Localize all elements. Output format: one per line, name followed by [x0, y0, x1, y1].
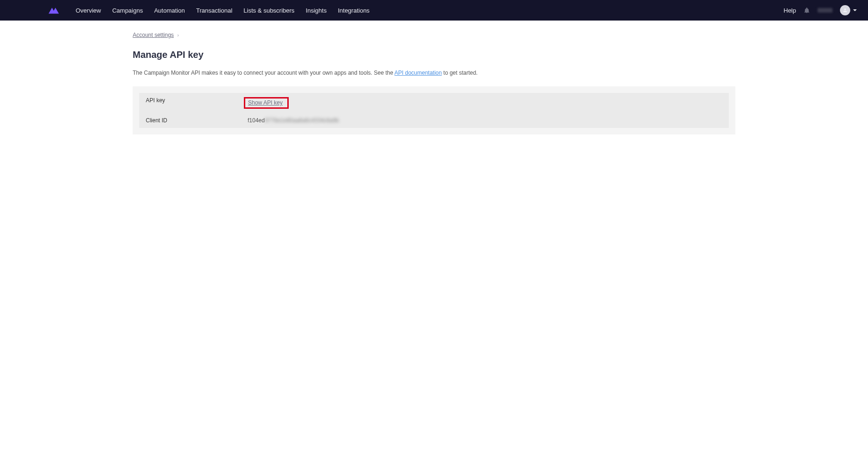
nav-left: Overview Campaigns Automation Transactio…	[0, 0, 375, 21]
table-row-client-id: Client ID f104ed9776e1e80aa8a6c4334c8a9b	[139, 113, 729, 128]
nav-automation[interactable]: Automation	[149, 0, 191, 21]
nav-overview[interactable]: Overview	[70, 0, 107, 21]
page-title: Manage API key	[133, 49, 735, 60]
api-key-value-cell: Show API key	[248, 97, 289, 109]
nav-right: Help	[783, 5, 857, 15]
desc-text-2: to get started.	[442, 70, 478, 76]
nav-items: Overview Campaigns Automation Transactio…	[70, 0, 375, 21]
main-container: Account settings › Manage API key The Ca…	[133, 21, 735, 134]
breadcrumb: Account settings ›	[133, 21, 735, 41]
caret-down-icon	[853, 9, 857, 11]
api-documentation-link[interactable]: API documentation	[394, 70, 441, 76]
highlight-annotation: Show API key	[244, 97, 289, 109]
breadcrumb-separator: ›	[177, 33, 178, 38]
nav-transactional[interactable]: Transactional	[191, 0, 238, 21]
nav-campaigns[interactable]: Campaigns	[107, 0, 149, 21]
help-link[interactable]: Help	[783, 7, 796, 14]
page-description: The Campaign Monitor API makes it easy t…	[133, 70, 735, 76]
avatar-icon	[840, 5, 850, 15]
table-row-api-key: API key Show API key	[139, 93, 729, 113]
client-id-redacted: 9776e1e80aa8a6c4334c8a9b	[265, 117, 339, 124]
top-navigation: Overview Campaigns Automation Transactio…	[0, 0, 868, 21]
client-id-value: f104ed9776e1e80aa8a6c4334c8a9b	[248, 117, 339, 124]
api-table: API key Show API key Client ID f104ed977…	[139, 93, 729, 128]
api-key-label: API key	[146, 97, 248, 109]
breadcrumb-account-settings[interactable]: Account settings	[133, 32, 174, 38]
show-api-key-link[interactable]: Show API key	[248, 99, 283, 106]
nav-lists-subscribers[interactable]: Lists & subscribers	[238, 0, 300, 21]
client-id-label: Client ID	[146, 117, 248, 124]
user-menu[interactable]	[840, 5, 857, 15]
nav-insights[interactable]: Insights	[300, 0, 332, 21]
nav-integrations[interactable]: Integrations	[332, 0, 375, 21]
user-name-redacted	[818, 8, 832, 13]
brand-logo-icon[interactable]	[49, 7, 59, 14]
notifications-bell-icon[interactable]	[804, 7, 810, 14]
desc-text-1: The Campaign Monitor API makes it easy t…	[133, 70, 394, 76]
client-id-prefix: f104ed	[248, 117, 265, 124]
api-panel: API key Show API key Client ID f104ed977…	[133, 86, 735, 134]
